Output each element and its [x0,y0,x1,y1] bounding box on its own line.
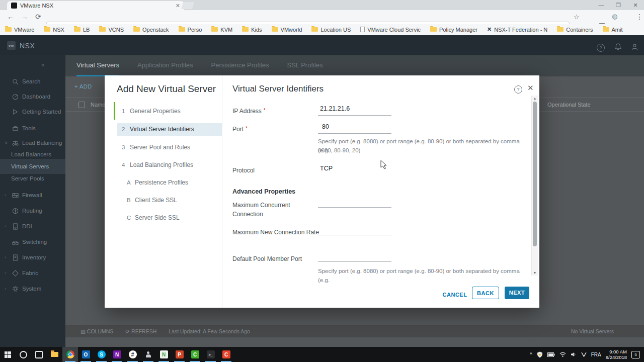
sidebar-item-server-pools[interactable]: Server Pools [0,171,65,186]
sidebar-item-system[interactable]: › System [0,281,65,296]
port-input[interactable]: 80 [322,123,329,130]
reload-icon[interactable]: ⟳ [35,13,41,21]
remote-app-button[interactable] [140,347,156,362]
default-pool-member-port-hint: Specify port (e.g. 8080) or port range (… [318,266,524,285]
bookmark-item[interactable]: Kids [242,27,262,33]
command-prompt-button[interactable]: >_ [203,347,218,362]
sidebar-collapse-icon[interactable]: « [41,61,45,68]
bookmark-item[interactable]: Perso [179,27,202,33]
tab-close-icon[interactable]: ✕ [176,3,180,9]
browser-tab[interactable]: VMware NSX ✕ [7,1,184,10]
bookmark-item[interactable]: Location US [311,27,351,33]
v-app-icon[interactable] [581,352,587,357]
skype-button[interactable]: S [94,347,109,362]
remote-app-icon [145,351,151,357]
bookmark-star-icon[interactable]: ☆ [574,13,580,21]
file-explorer-button[interactable] [47,347,62,362]
speaker-icon[interactable] [571,352,577,357]
bookmark-item[interactable]: Openstack [133,27,169,33]
bookmark-item[interactable]: VMware Cloud Servic [360,27,421,33]
next-button[interactable]: NEXT [505,287,529,299]
start-button[interactable] [0,347,16,362]
sidebar-item-getting-started[interactable]: Getting Started [0,104,65,119]
forward-icon[interactable]: → [21,13,28,21]
operational-state-column-header: Operational State [547,102,591,108]
extension-globe-icon[interactable]: ◍ [612,13,617,20]
chrome-button[interactable] [62,347,78,362]
sidebar-item-firewall[interactable]: › Firewall [0,188,65,203]
add-button[interactable]: + ADD [74,83,92,89]
text-editor-button[interactable]: N [156,347,172,362]
bookmark-item[interactable]: VMware [5,27,34,33]
tab-virtual-servers[interactable]: Virtual Servers [76,55,119,76]
battery-icon[interactable] [547,352,555,357]
tab-ssl-profiles[interactable]: SSL Profiles [287,55,323,76]
window-restore-icon[interactable]: ❐ [610,0,627,10]
user-icon[interactable] [631,43,638,51]
defender-shield-icon[interactable] [537,351,543,358]
sidebar-item-search[interactable]: Search [0,74,65,89]
bookmark-item[interactable]: Policy Manager [430,27,477,33]
notifications-bell-icon[interactable] [614,43,622,51]
cortana-button[interactable] [16,347,31,362]
ip-address-input[interactable]: 21.21.21.6 [320,105,350,112]
cancel-button[interactable]: CANCEL [440,289,470,301]
bookmark-item[interactable]: ✕NSX-T Federation - N [487,26,547,33]
sidebar-item-switching[interactable]: Switching [0,234,65,249]
select-all-checkbox[interactable] [78,102,85,108]
camtasia-button[interactable]: C [187,347,203,362]
dialog-help-icon[interactable]: ? [514,85,522,94]
scrollbar-thumb[interactable] [533,102,537,246]
bookmark-item[interactable]: Amit [603,27,623,33]
sidebar-item-routing[interactable]: Routing [0,203,65,218]
back-button[interactable]: BACK [472,287,499,299]
required-asterisk: * [264,108,266,113]
onenote-button[interactable]: N [109,347,125,362]
folder-icon [311,27,318,32]
sidebar-item-fabric[interactable]: › Fabric [0,265,65,281]
clock[interactable]: 9:00 AM 8/24/2018 [606,349,627,360]
scroll-down-icon[interactable]: ▼ [532,271,538,275]
sidebar-item-tools[interactable]: Tools [0,121,65,136]
notification-count: 5 [634,352,636,357]
bookmark-item[interactable]: VCNS [99,27,124,33]
browser-menu-icon[interactable]: ⋮ [636,13,643,21]
new-tab-button[interactable] [181,2,195,9]
step-completed-bar [114,102,115,120]
wifi-icon[interactable] [559,352,566,357]
outlook-button[interactable]: O [78,347,94,362]
sidebar-item-inventory[interactable]: › Inventory [0,250,65,265]
switching-icon [12,239,19,245]
bookmark-item[interactable]: VMworld [272,27,302,33]
tab-application-profiles[interactable]: Application Profiles [137,55,193,76]
dialog-close-icon[interactable]: ✕ [527,83,534,93]
window-minimize-icon[interactable]: — [593,0,610,10]
max-concurrent-connection-label-line1: Maximum Concurrent [232,202,290,209]
x-logo-icon: ✕ [487,26,492,33]
powerpoint-button[interactable]: P [172,347,187,362]
tray-expand-icon[interactable]: ^ [530,352,532,357]
bookmark-item[interactable]: Containers [557,27,593,33]
hash-app-button[interactable]: # [125,347,140,362]
sidebar-item-ddi[interactable]: › DDI [0,219,65,234]
chevron-right-icon: › [5,224,6,229]
bookmark-item[interactable]: LB [74,27,90,33]
folder-icon [133,27,140,32]
app-header [0,35,644,55]
bookmark-item[interactable]: KVM [211,27,232,33]
dialog-scrollbar[interactable]: ▲ ▼ [531,96,538,276]
action-center-icon[interactable]: 5 [631,351,640,358]
columns-button[interactable]: ▥ COLUMNS [80,328,113,334]
sidebar-item-dashboard[interactable]: Dashboard [0,89,65,104]
task-view-button[interactable] [31,347,47,362]
back-icon[interactable]: ← [7,13,14,21]
language-indicator[interactable]: FRA [591,352,601,357]
refresh-button[interactable]: ⟳ REFRESH [125,328,156,334]
help-icon[interactable]: ? [597,44,605,52]
folder-icon [603,27,609,32]
bookmark-item[interactable]: NSX [44,27,64,33]
recorder-button[interactable]: C [218,347,234,362]
tab-persistence-profiles[interactable]: Persistence Profiles [211,55,269,76]
window-close-icon[interactable]: ✕ [627,0,644,10]
scroll-up-icon[interactable]: ▲ [532,97,538,100]
